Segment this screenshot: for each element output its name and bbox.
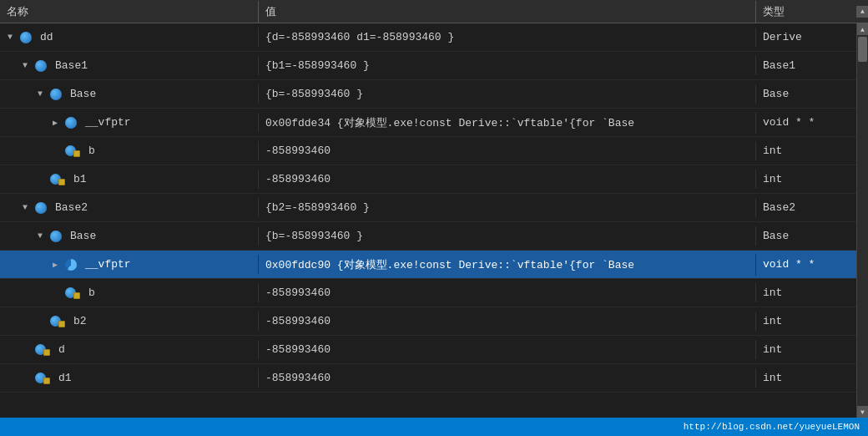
no-arrow — [23, 345, 33, 355]
cell-name-base2-base-b: b — [0, 283, 259, 302]
cell-name-base1: Base1 — [0, 56, 259, 75]
variable-name: Base2 — [55, 201, 88, 214]
variable-name: b1 — [73, 173, 87, 185]
sphere-icon — [35, 60, 47, 72]
table-row[interactable]: Base{b=-858993460 }Base — [0, 222, 856, 251]
no-arrow — [23, 373, 33, 383]
cell-type-base1-base: Base — [756, 84, 856, 104]
table-row[interactable]: b1-858993460int — [0, 165, 856, 194]
no-arrow — [38, 175, 48, 185]
sphere-icon — [50, 231, 62, 242]
sphere-icon — [35, 202, 47, 214]
cell-value-base2-base: {b=-858993460 } — [259, 226, 756, 246]
scrollbar-thumb[interactable] — [858, 37, 867, 62]
cell-name-dd: dd — [0, 28, 259, 47]
cell-value-base2-base-vfptr: 0x00fddc90 {对象模型.exe!const Derive::`vfta… — [259, 254, 756, 276]
cell-name-base2-base: Base — [0, 226, 259, 246]
sphere-lock-icon — [65, 145, 80, 157]
cell-type-base2-base-b: int — [756, 283, 856, 302]
scrollbar-up-arrow[interactable]: ▲ — [857, 6, 868, 18]
expand-arrow-down[interactable] — [23, 61, 33, 71]
cell-value-base1-base-vfptr: 0x00fdde34 {对象模型.exe!const Derive::`vfta… — [259, 112, 756, 134]
no-arrow — [53, 288, 63, 298]
table-row[interactable]: b2-858993460int — [0, 307, 856, 336]
cell-value-base2-base-b: -858993460 — [259, 283, 756, 302]
cell-name-base1-b1: b1 — [0, 170, 259, 189]
expand-arrow-down[interactable] — [8, 33, 18, 43]
cell-type-base1: Base1 — [756, 56, 856, 75]
cell-type-base2-b2: int — [756, 312, 856, 331]
scrollbar-up[interactable]: ▲ — [857, 23, 868, 35]
variable-name: b2 — [73, 315, 87, 327]
variable-name: b — [88, 144, 95, 157]
scrollbar-track[interactable] — [857, 35, 868, 406]
sphere-lock-icon — [35, 344, 50, 356]
cell-name-base2: Base2 — [0, 198, 259, 217]
table-row[interactable]: dd{d=-858993460 d1=-858993460 }Derive — [0, 23, 856, 52]
table-body[interactable]: dd{d=-858993460 d1=-858993460 }DeriveBas… — [0, 23, 856, 418]
sphere-icon — [65, 117, 77, 129]
status-url: http://blog.csdn.net/yueyueLEMON — [684, 422, 860, 432]
status-bar: http://blog.csdn.net/yueyueLEMON — [0, 418, 868, 436]
cell-type-base2: Base2 — [756, 198, 856, 217]
cell-name-base1-base-b: b — [0, 141, 259, 160]
cell-value-base1-base: {b=-858993460 } — [259, 84, 756, 104]
expand-arrow-down[interactable] — [38, 89, 48, 99]
table-row[interactable]: Base{b=-858993460 }Base — [0, 80, 856, 109]
vertical-scrollbar[interactable]: ▲ ▼ — [856, 23, 868, 418]
cell-name-base2-base-vfptr: __vfptr — [0, 255, 259, 274]
header-value: 值 — [259, 1, 756, 23]
cell-value-base2: {b2=-858993460 } — [259, 198, 756, 217]
cell-name-base1-base-vfptr: __vfptr — [0, 113, 259, 132]
cell-type-base1-b1: int — [756, 170, 856, 189]
cell-value-base1-b1: -858993460 — [259, 170, 756, 189]
cell-name-dd-d: d — [0, 340, 259, 359]
table-row[interactable]: Base1{b1=-858993460 }Base1 — [0, 52, 856, 80]
variable-name: dd — [40, 31, 53, 43]
expand-arrow-down[interactable] — [38, 231, 48, 241]
variable-name: Base — [70, 88, 96, 100]
cell-type-dd-d1: int — [756, 368, 856, 388]
variable-name: Base1 — [55, 59, 88, 72]
table-row[interactable]: d-858993460int — [0, 336, 856, 364]
sphere-lock-icon — [65, 287, 80, 299]
cell-value-base1: {b1=-858993460 } — [259, 56, 756, 75]
cell-name-dd-d1: d1 — [0, 368, 259, 388]
cell-value-dd-d: -858993460 — [259, 340, 756, 359]
sphere-lock-icon — [50, 174, 65, 185]
sphere-lock-icon — [50, 316, 65, 327]
table-row[interactable]: b-858993460int — [0, 137, 856, 165]
table-row[interactable]: __vfptr0x00fddc90 {对象模型.exe!const Derive… — [0, 251, 856, 279]
sphere-lock-icon — [35, 373, 50, 384]
cell-type-dd: Derive — [756, 28, 856, 47]
variable-name: __vfptr — [85, 258, 131, 271]
scrollbar-down[interactable]: ▼ — [857, 406, 868, 418]
table-row[interactable]: Base2{b2=-858993460 }Base2 — [0, 194, 856, 222]
cell-value-dd-d1: -858993460 — [259, 368, 756, 388]
debugger-watch-window: 名称 值 类型 ▲ dd{d=-858993460 d1=-858993460 … — [0, 0, 868, 436]
header-name: 名称 — [0, 1, 259, 23]
variable-name: d — [58, 343, 65, 356]
variable-name: d1 — [58, 372, 72, 384]
variable-name: Base — [70, 230, 96, 242]
table-header: 名称 值 类型 ▲ — [0, 0, 868, 23]
cell-value-dd: {d=-858993460 d1=-858993460 } — [259, 28, 756, 47]
cell-type-dd-d: int — [756, 340, 856, 359]
cell-name-base1-base: Base — [0, 84, 259, 104]
cell-name-base2-b2: b2 — [0, 312, 259, 331]
variable-name: b — [88, 286, 95, 299]
expand-arrow-down[interactable] — [23, 203, 33, 213]
cell-type-base2-base-vfptr: void * * — [756, 255, 856, 274]
header-type: 类型 — [756, 1, 856, 23]
cell-value-base1-base-b: -858993460 — [259, 141, 756, 160]
variable-name: __vfptr — [85, 116, 131, 129]
expand-arrow-right[interactable] — [53, 260, 63, 270]
no-arrow — [38, 317, 48, 327]
sphere-icon — [20, 32, 32, 43]
cell-type-base1-base-vfptr: void * * — [756, 113, 856, 132]
expand-arrow-right[interactable] — [53, 118, 63, 128]
table-row[interactable]: d1-858993460int — [0, 364, 856, 393]
table-row[interactable]: __vfptr0x00fdde34 {对象模型.exe!const Derive… — [0, 109, 856, 137]
no-arrow — [53, 146, 63, 156]
table-row[interactable]: b-858993460int — [0, 279, 856, 307]
